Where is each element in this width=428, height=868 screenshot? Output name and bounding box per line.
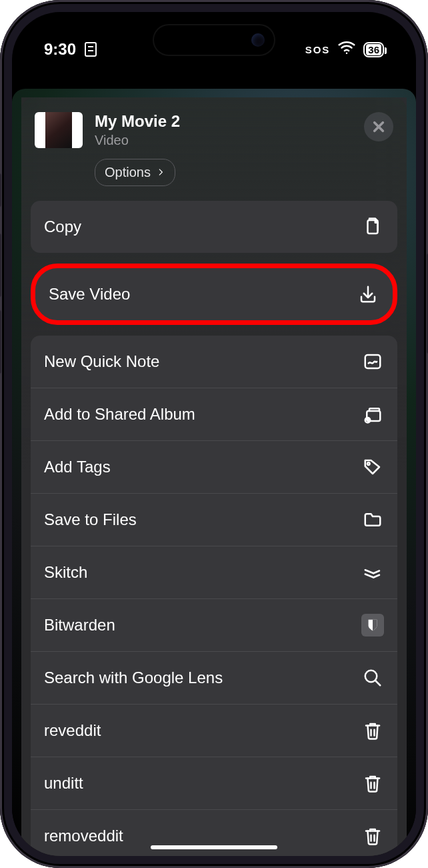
- options-button[interactable]: Options: [95, 159, 175, 186]
- save-video-label: Save Video: [49, 285, 130, 304]
- wifi-icon: [337, 37, 357, 61]
- share-header: My Movie 2 Video Options: [31, 109, 397, 201]
- action-group-main: New Quick Note Add to Shared Album Add T…: [31, 336, 397, 856]
- home-indicator[interactable]: [151, 845, 277, 849]
- dynamic-island: [154, 25, 274, 55]
- share-sheet: My Movie 2 Video Options: [21, 97, 407, 856]
- focus-icon: [85, 42, 97, 57]
- mute-switch: [0, 173, 1, 207]
- skitch-icon: [361, 561, 384, 584]
- shared-album-icon: [361, 403, 384, 426]
- bitwarden-label: Bitwarden: [44, 616, 115, 634]
- share-subtitle: Video: [95, 133, 352, 148]
- options-label: Options: [105, 165, 151, 180]
- close-button[interactable]: [364, 112, 393, 141]
- add-tags-label: Add Tags: [44, 458, 111, 476]
- reveddit-label: reveddit: [44, 721, 101, 740]
- search-google-lens-row[interactable]: Search with Google Lens: [31, 651, 397, 704]
- new-quick-note-label: New Quick Note: [44, 352, 159, 371]
- svg-rect-1: [365, 355, 381, 368]
- action-group-copy: Copy: [31, 201, 397, 253]
- svg-point-4: [367, 418, 369, 420]
- quick-note-icon: [361, 350, 384, 373]
- unditt-row[interactable]: unditt: [31, 757, 397, 809]
- trash-icon: [361, 772, 384, 795]
- save-to-files-row[interactable]: Save to Files: [31, 493, 397, 546]
- save-video-row[interactable]: Save Video: [35, 268, 393, 320]
- battery-indicator: 36: [363, 42, 384, 57]
- phone-frame: 9:30 SOS 36: [0, 0, 428, 868]
- add-to-shared-album-row[interactable]: Add to Shared Album: [31, 388, 397, 440]
- sos-indicator: SOS: [305, 44, 331, 55]
- save-to-files-label: Save to Files: [44, 510, 137, 529]
- volume-up: [0, 234, 1, 297]
- action-group-save-video: Save Video: [31, 264, 397, 325]
- add-to-shared-album-label: Add to Shared Album: [44, 405, 195, 424]
- reveddit-row[interactable]: reveddit: [31, 704, 397, 757]
- download-icon: [357, 283, 379, 306]
- bitwarden-icon: [361, 614, 384, 636]
- svg-point-0: [346, 53, 348, 55]
- folder-icon: [361, 508, 384, 531]
- unditt-label: unditt: [44, 774, 83, 793]
- trash-icon: [361, 825, 384, 847]
- video-thumbnail: [35, 112, 83, 148]
- search-icon: [361, 667, 384, 689]
- status-time: 9:30: [44, 40, 97, 59]
- trash-icon: [361, 719, 384, 742]
- share-title: My Movie 2: [95, 112, 352, 131]
- volume-down: [0, 310, 1, 374]
- chevron-right-icon: [156, 165, 165, 180]
- skitch-label: Skitch: [44, 563, 87, 582]
- copy-label: Copy: [44, 218, 81, 236]
- search-google-lens-label: Search with Google Lens: [44, 669, 223, 687]
- screen: 9:30 SOS 36: [12, 12, 416, 856]
- removeddit-label: removeddit: [44, 827, 123, 845]
- add-tags-row[interactable]: Add Tags: [31, 440, 397, 493]
- bitwarden-row[interactable]: Bitwarden: [31, 598, 397, 651]
- copy-icon: [361, 215, 384, 238]
- new-quick-note-row[interactable]: New Quick Note: [31, 336, 397, 388]
- skitch-row[interactable]: Skitch: [31, 546, 397, 598]
- tag-icon: [361, 456, 384, 478]
- copy-row[interactable]: Copy: [31, 201, 397, 253]
- svg-point-5: [367, 462, 370, 465]
